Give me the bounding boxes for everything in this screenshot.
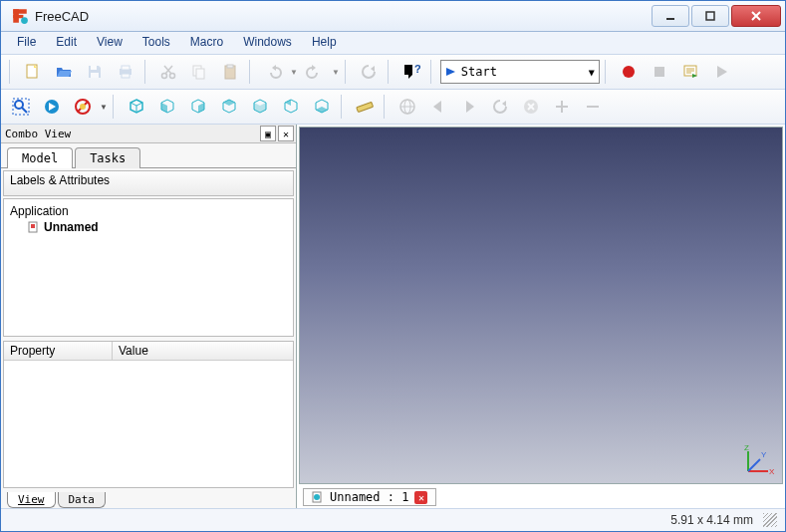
3d-viewport[interactable]: X Z Y	[299, 127, 783, 484]
view-isometric-button[interactable]	[123, 93, 150, 121]
tab-model[interactable]: Model	[7, 147, 73, 168]
view-bottom-button[interactable]	[308, 93, 336, 121]
combo-view-tabs: Model Tasks	[1, 143, 296, 168]
tab-view-props[interactable]: View	[7, 492, 56, 508]
toolbar-separator	[605, 60, 610, 84]
nav-back-button[interactable]	[424, 93, 452, 121]
copy-button[interactable]	[185, 58, 213, 86]
zoom-out-button[interactable]	[579, 93, 607, 121]
chevron-down-icon: ▼	[589, 67, 595, 78]
svg-line-18	[164, 66, 171, 74]
view-front-button[interactable]	[153, 93, 181, 121]
macro-run-button[interactable]	[707, 58, 735, 86]
macro-stop-button[interactable]	[646, 58, 673, 86]
menu-help[interactable]: Help	[302, 32, 347, 54]
svg-marker-66	[502, 101, 506, 107]
tree-document-label: Unnamed	[44, 220, 99, 234]
svg-rect-20	[196, 69, 204, 79]
svg-rect-1	[13, 9, 27, 14]
svg-marker-64	[433, 101, 441, 113]
nav-refresh-button[interactable]	[486, 93, 514, 121]
svg-text:Y: Y	[761, 450, 767, 459]
close-button[interactable]	[731, 5, 781, 27]
svg-rect-13	[122, 66, 130, 70]
toolbar-main: ▼ ▼ ? Start ▼	[1, 55, 785, 90]
refresh-button[interactable]	[355, 58, 383, 86]
document-tabbar: Unnamed : 1 ✕	[297, 486, 785, 508]
svg-rect-5	[706, 12, 714, 20]
svg-text:Z: Z	[744, 443, 749, 452]
undo-dropdown-icon[interactable]: ▼	[290, 68, 298, 77]
menu-windows[interactable]: Windows	[233, 32, 302, 54]
tree-header: Labels & Attributes	[3, 170, 294, 196]
zoom-in-button[interactable]	[548, 93, 576, 121]
svg-rect-10	[91, 66, 97, 70]
combo-view-panel: Combo View ▣ ✕ Model Tasks Labels & Attr…	[1, 125, 297, 508]
fit-selection-button[interactable]	[38, 93, 66, 121]
tab-data-props[interactable]: Data	[58, 492, 107, 508]
svg-marker-55	[254, 103, 260, 113]
tree-root[interactable]: Application	[10, 203, 287, 219]
toolbar-separator	[9, 60, 14, 84]
paste-button[interactable]	[216, 58, 244, 86]
document-tree[interactable]: Application Unnamed	[3, 198, 294, 337]
menu-file[interactable]: File	[7, 32, 46, 54]
menu-edit[interactable]: Edit	[46, 32, 87, 54]
maximize-button[interactable]	[691, 5, 729, 27]
property-grid-body[interactable]	[4, 361, 293, 487]
whatsthis-button[interactable]: ?	[397, 58, 425, 86]
property-column-header[interactable]: Property	[4, 342, 113, 360]
macros-dialog-button[interactable]	[676, 58, 704, 86]
open-button[interactable]	[50, 58, 78, 86]
measure-button[interactable]	[351, 93, 379, 121]
minimize-button[interactable]	[652, 5, 689, 27]
svg-marker-50	[198, 103, 204, 113]
document-tab-close[interactable]: ✕	[414, 491, 427, 504]
draw-style-button[interactable]	[69, 93, 97, 121]
menu-tools[interactable]: Tools	[132, 32, 180, 54]
view-right-button[interactable]	[184, 93, 212, 121]
save-button[interactable]	[81, 58, 109, 86]
main-area: X Z Y Unnamed : 1 ✕	[297, 125, 785, 508]
titlebar[interactable]: FreeCAD	[1, 1, 785, 32]
toolbar-separator	[345, 60, 350, 84]
cut-button[interactable]	[154, 58, 182, 86]
workbench-selector[interactable]: Start ▼	[440, 60, 600, 84]
svg-marker-24	[312, 65, 316, 71]
property-grid[interactable]: Property Value	[3, 341, 294, 488]
nav-forward-button[interactable]	[455, 93, 483, 121]
menu-macro[interactable]: Macro	[180, 32, 233, 54]
tab-tasks[interactable]: Tasks	[75, 147, 140, 168]
nav-stop-button[interactable]	[517, 93, 545, 121]
app-title-text: FreeCAD	[35, 9, 89, 24]
panel-float-button[interactable]: ▣	[260, 126, 276, 141]
document-tab-label: Unnamed : 1	[330, 490, 408, 504]
view-left-button[interactable]	[277, 93, 305, 121]
panel-close-button[interactable]: ✕	[278, 126, 294, 141]
redo-button[interactable]	[301, 58, 329, 86]
macro-record-button[interactable]	[615, 58, 643, 86]
app-title: FreeCAD	[11, 7, 89, 25]
view-rear-button[interactable]	[246, 93, 274, 121]
svg-point-3	[21, 17, 28, 24]
web-home-button[interactable]	[393, 93, 421, 121]
redo-dropdown-icon[interactable]: ▼	[332, 68, 340, 77]
new-button[interactable]	[19, 58, 47, 86]
statusbar: 5.91 x 4.14 mm	[1, 508, 785, 531]
fit-all-button[interactable]	[7, 93, 35, 121]
svg-point-44	[80, 104, 86, 110]
combo-view-titlebar[interactable]: Combo View ▣ ✕	[1, 125, 296, 143]
drawstyle-dropdown-icon[interactable]: ▼	[100, 103, 108, 112]
svg-line-77	[748, 459, 760, 471]
svg-marker-65	[466, 101, 474, 113]
svg-rect-11	[91, 73, 99, 78]
menu-view[interactable]: View	[87, 32, 132, 54]
undo-button[interactable]	[259, 58, 287, 86]
document-tab[interactable]: Unnamed : 1 ✕	[303, 488, 436, 506]
view-top-button[interactable]	[215, 93, 243, 121]
tree-document[interactable]: Unnamed	[10, 219, 287, 235]
resize-grip[interactable]	[763, 513, 777, 527]
value-column-header[interactable]: Value	[113, 342, 154, 360]
print-button[interactable]	[112, 58, 139, 86]
svg-point-29	[623, 66, 635, 78]
